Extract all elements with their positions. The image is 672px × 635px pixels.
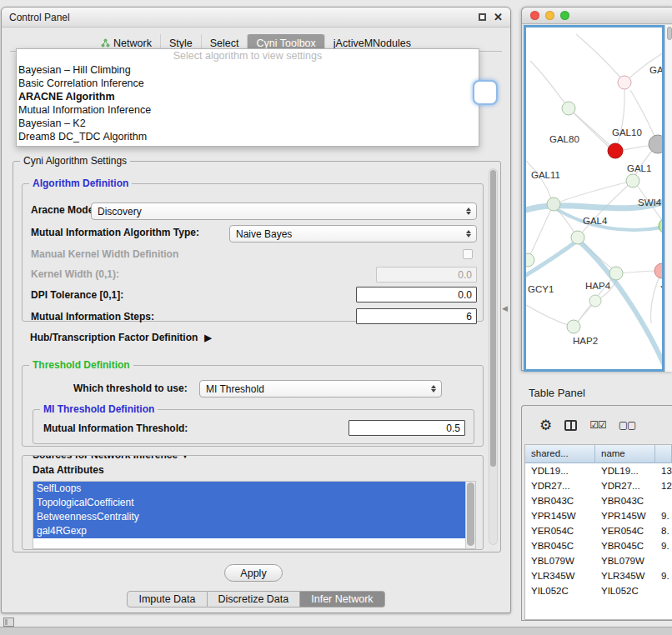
minimize-traffic-light[interactable] [545, 11, 554, 20]
table-row[interactable]: YBR043CYBR043C [525, 493, 672, 508]
network-graph: GALGAL80GAL10GAL11GAL1SWI4GAL4GCY1HAP4YH… [526, 28, 662, 369]
algorithm-combo-button[interactable] [473, 80, 498, 105]
network-edge [528, 208, 552, 260]
which-threshold-select[interactable]: MI Threshold [199, 380, 442, 398]
table-cell: YBR043C [595, 496, 655, 506]
select-all-checkboxes-icon[interactable]: ☑☑ [589, 420, 606, 430]
algorithm-option-bayesian-hill-climbing[interactable]: Bayesian – Hill Climbing [17, 63, 479, 77]
panel-dock-icon[interactable] [3, 618, 14, 627]
bottom-tab-infer-network[interactable]: Infer Network [300, 591, 384, 608]
mi-threshold-label: Mutual Information Threshold: [43, 422, 188, 434]
hub-transcription-factor-section[interactable]: Hub/Transcription Factor Definition ▶ [30, 332, 212, 343]
table-row[interactable]: YLR345WYLR345W9. [525, 568, 672, 583]
expanded-triangle-icon[interactable]: ▼ [180, 455, 189, 460]
network-node[interactable] [547, 198, 560, 211]
zoom-traffic-light[interactable] [560, 11, 569, 20]
network-node-label: GAL4 [583, 216, 608, 226]
dropdown-arrows-icon [463, 208, 474, 215]
attributes-scrollbar[interactable] [465, 482, 475, 548]
float-window-icon[interactable] [479, 13, 486, 21]
mi-algorithm-type-select[interactable]: Naive Bayes [229, 225, 477, 242]
close-traffic-light[interactable] [530, 11, 539, 20]
network-scrollbar-thumb[interactable] [667, 27, 672, 40]
table-cell: YBR043C [525, 496, 595, 506]
tab-label: jActiveMNodules [333, 38, 411, 49]
network-node[interactable] [618, 76, 631, 89]
algorithm-option-basic-correlation-inference[interactable]: Basic Correlation Inference [17, 77, 479, 90]
kernel-width-input[interactable] [376, 267, 477, 282]
table-cell: YIL052C [595, 586, 655, 596]
aracne-mode-select[interactable]: Discovery [91, 202, 477, 220]
network-edge [530, 61, 569, 108]
algorithm-option-aracne-algorithm[interactable]: ARACNE Algorithm [17, 90, 479, 103]
algorithm-option-mutual-information-inference[interactable]: Mutual Information Inference [17, 103, 479, 117]
attribute-item-selfloops[interactable]: SelfLoops [33, 482, 465, 496]
close-icon[interactable]: ✕ [494, 12, 503, 22]
table-row[interactable]: YPR145WYPR145W9. [525, 508, 672, 523]
mi-threshold-definition-group: MI Threshold Definition Mutual Informati… [33, 409, 474, 444]
table-cell: YBL079W [595, 556, 655, 566]
network-scrollbar[interactable] [664, 25, 672, 372]
titlebar-icons: ✕ [479, 12, 503, 22]
table-cell: YLR345W [525, 571, 595, 581]
bottom-tab-impute-data[interactable]: Impute Data [127, 591, 207, 608]
network-node[interactable] [589, 295, 601, 307]
column-header-extra[interactable] [655, 445, 672, 463]
aracne-mode-label: Aracne Mode: [31, 204, 97, 216]
sources-group: Sources for Network Inference ▼ Data Att… [22, 455, 484, 550]
network-node[interactable] [562, 102, 575, 115]
deselect-all-checkboxes-icon[interactable]: ▢▢ [619, 420, 636, 430]
gear-icon[interactable]: ⚙ [539, 418, 552, 432]
column-header-name[interactable]: name [595, 445, 655, 463]
manual-kernel-width-checkbox[interactable] [463, 249, 473, 259]
table-row[interactable]: YER054CYER054C8. [525, 523, 672, 538]
column-header-shared[interactable]: shared... [525, 445, 595, 463]
algorithm-definition-title: Algorithm Definition [29, 178, 132, 189]
mi-steps-input[interactable] [356, 308, 477, 324]
data-attributes-items: SelfLoopsTopologicalCoefficientBetweenne… [33, 482, 475, 538]
collapsed-triangle-icon[interactable]: ▶ [204, 332, 211, 343]
attribute-item-topologicalcoefficient[interactable]: TopologicalCoefficient [33, 496, 465, 510]
network-node[interactable] [659, 218, 662, 233]
data-attributes-list[interactable]: SelfLoopsTopologicalCoefficientBetweenne… [33, 481, 476, 549]
settings-scrollbar[interactable] [489, 168, 498, 545]
settings-scrollbar-thumb[interactable] [490, 170, 496, 467]
kernel-width-label: Kernel Width (0,1): [31, 268, 119, 280]
network-node[interactable] [567, 320, 580, 333]
algorithm-option-bayesian-k2[interactable]: Bayesian – K2 [17, 117, 479, 130]
panel-collapse-handle[interactable]: ◀ [502, 304, 508, 312]
network-node[interactable] [526, 253, 534, 267]
table-cell: YER054C [525, 526, 595, 536]
table-toolbar: ⚙ ☑☑ ▢▢ [522, 411, 635, 439]
network-node-label: GAL11 [531, 170, 560, 180]
network-node[interactable] [609, 267, 623, 280]
bottom-tab-discretize-data[interactable]: Discretize Data [208, 591, 301, 608]
columns-icon[interactable] [564, 420, 577, 431]
network-node[interactable] [654, 263, 662, 278]
table-row[interactable]: YDL19...YDL19...13 [525, 463, 672, 478]
mi-steps-label: Mutual Information Steps: [31, 311, 154, 322]
dpi-tolerance-input[interactable] [356, 287, 477, 302]
table-row[interactable]: YDR27...YDR27...12 [525, 478, 672, 493]
attributes-scrollbar-thumb[interactable] [467, 482, 474, 546]
hub-section-label: Hub/Transcription Factor Definition [30, 332, 198, 343]
network-node[interactable] [626, 174, 639, 188]
mi-threshold-input[interactable] [349, 420, 465, 436]
network-node[interactable] [649, 135, 662, 153]
algorithm-dropdown-items: Bayesian – Hill ClimbingBasic Correlatio… [17, 63, 479, 143]
table-cell: YPR145W [595, 511, 655, 521]
attribute-item-gal4rgexp[interactable]: gal4RGexp [33, 524, 465, 538]
network-edge [572, 111, 615, 151]
network-node[interactable] [571, 231, 584, 244]
table-row[interactable]: YIL052CYIL052C [525, 583, 672, 598]
apply-button[interactable]: Apply [224, 564, 283, 582]
network-node[interactable] [608, 143, 623, 158]
table-cell: 13 [655, 466, 672, 476]
table-row[interactable]: YBL079WYBL079W [525, 553, 672, 568]
network-canvas[interactable]: GALGAL80GAL10GAL11GAL1SWI4GAL4GCY1HAP4YH… [524, 25, 664, 372]
algorithm-option-dream8-dc-tdc-algorithm[interactable]: Dream8 DC_TDC Algorithm [17, 130, 479, 143]
table-cell: 9. [655, 541, 672, 551]
table-row[interactable]: YBR045CYBR045C9. [525, 538, 672, 553]
attribute-item-betweennesscentrality[interactable]: BetweennessCentrality [33, 510, 465, 524]
node-table: shared...name YDL19...YDL19...13YDR27...… [524, 444, 672, 620]
